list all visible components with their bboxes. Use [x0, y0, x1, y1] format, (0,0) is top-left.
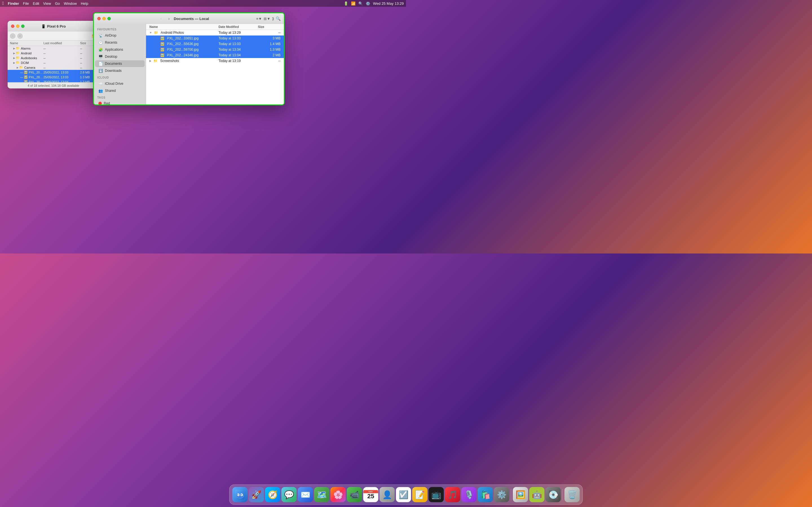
window2-listview-icon[interactable]: ≡▼ [256, 17, 262, 21]
window2-file-row-4[interactable]: 🖼️ PXL_202...24346.jpg Today at 13:04 2 … [146, 52, 284, 58]
window1-back-button[interactable]: ‹ [10, 33, 15, 39]
sidebar-icloud-label: iCloud [94, 74, 146, 80]
w2-file-name-cell: 🖼️ PXL_202...24346.jpg [155, 53, 218, 57]
sidebar-item-tag-red[interactable]: Red [95, 100, 145, 105]
window1-titlebar: 📱 Pixel 6 Pro [8, 21, 99, 32]
sidebar-item-documents[interactable]: 📄 Documents [95, 60, 145, 67]
w2-file-icon: 🖼️ [160, 48, 164, 52]
window1-forward-button[interactable]: › [17, 33, 23, 39]
w2-file-name-cell: 🖼️ PXL_202...55636.jpg [155, 42, 218, 46]
finder-window-pixel6pro: 📱 Pixel 6 Pro ‹ › 📁 Name Last modified S… [8, 21, 99, 89]
menubar-wifi-icon: 📶 [351, 1, 356, 6]
w2-file-modified: Today at 13:19 [218, 59, 258, 63]
sidebar-applications-label: Applications [105, 48, 123, 52]
window2-traffic-lights [97, 17, 111, 20]
window1-file-row-3[interactable]: ▶ 📁 DCIM -- -- [8, 60, 99, 65]
window1-file-row-2[interactable]: ▶ 📁 Audiobooks -- -- [8, 55, 99, 60]
w2-file-size: -- [258, 59, 281, 63]
menubar-help[interactable]: Help [81, 1, 88, 6]
sidebar-favourites-label: Favourites [94, 26, 146, 32]
window2-file-row-5[interactable]: ▶ 📁 Screenshots Today at 13:19 -- [146, 58, 284, 64]
window2-titlebar: ‹ › Documents — Local ≡▼ ⊞▼ ⟫ 🔍 [94, 13, 284, 24]
window2-file-row-3[interactable]: 🖼️ PXL_202...59700.jpg Today at 13:04 1.… [146, 47, 284, 52]
window2-file-row-0[interactable]: ▼ 📁 Android Photos Today at 13:29 -- [146, 30, 284, 36]
w2-file-name: PXL_202...33651.jpg [167, 36, 199, 40]
window2-more-icon[interactable]: ⟫ [272, 17, 274, 21]
sidebar-icloud-drive-label: iCloud Drive [105, 82, 123, 86]
menubar-window[interactable]: Window [64, 1, 77, 6]
sidebar-item-recents[interactable]: 🕐 Recents [95, 39, 145, 46]
file-name: PXL_20220525_120359700.jpg [29, 80, 43, 82]
window2-col-name[interactable]: Name [149, 25, 218, 29]
window1-col-name[interactable]: Name [10, 41, 43, 45]
window2-close-button[interactable] [97, 17, 101, 20]
sidebar-item-airdrop[interactable]: 📡 AirDrop [95, 32, 145, 39]
sidebar-item-icloud-drive[interactable]: ☁️ iCloud Drive [95, 80, 145, 87]
w2-file-modified: Today at 13:04 [218, 48, 258, 52]
w2-file-size: 1.4 MB [258, 42, 281, 46]
window2-col-size: Size [258, 25, 281, 29]
w2-file-icon: 📁 [154, 31, 158, 35]
menubar-search-icon[interactable]: 🔍 [358, 1, 363, 6]
tag-red-dot [98, 102, 102, 105]
applications-icon: 🧩 [98, 47, 103, 52]
window1-maximize-button[interactable] [21, 24, 24, 28]
file-name-cell: — 🖼️ PXL_20220525_120355636.jpg [20, 75, 43, 79]
window1-file-row-5[interactable]: — 🖼️ PXL_20220525_120333651.jpg 25/05/20… [8, 70, 99, 75]
window1-file-row-1[interactable]: ▶ 📁 Android -- -- [8, 51, 99, 55]
window1-minimize-button[interactable] [16, 24, 19, 28]
window1-col-modified: Last modified [43, 41, 80, 45]
w2-file-icon: 🖼️ [160, 42, 164, 46]
window2-minimize-button[interactable] [102, 17, 106, 20]
menubar-finder[interactable]: Finder [8, 1, 19, 6]
window1-file-row-0[interactable]: ▶ 📁 Alarms -- -- [8, 46, 99, 51]
w2-file-name-cell: ▼ 📁 Android Photos [149, 31, 218, 35]
shared-icon: 👥 [98, 89, 103, 93]
menubar-control-center-icon[interactable]: ⚙️ [366, 1, 370, 6]
window2-back-button[interactable]: ‹ [158, 15, 164, 22]
apple-menu[interactable]:  [2, 1, 4, 6]
window2-maximize-button[interactable] [107, 17, 111, 20]
w2-file-name-cell: 🖼️ PXL_202...33651.jpg [155, 36, 218, 40]
sidebar-item-shared[interactable]: 👥 Shared [95, 87, 145, 94]
w2-file-modified: Today at 13:04 [218, 53, 258, 57]
sidebar-item-applications[interactable]: 🧩 Applications [95, 46, 145, 53]
file-modified: -- [43, 47, 80, 50]
window2-gridview-icon[interactable]: ⊞▼ [264, 17, 270, 21]
recents-icon: 🕐 [98, 40, 103, 45]
sidebar-item-downloads[interactable]: ⬇️ Downloads [95, 67, 145, 74]
menubar-go[interactable]: Go [55, 1, 60, 6]
window2-file-row-1[interactable]: 🖼️ PXL_202...33651.jpg Today at 13:03 3 … [146, 36, 284, 41]
file-name: Android [21, 52, 32, 55]
window1-header-row: Name Last modified Size [8, 41, 99, 46]
finder-window-documents: ‹ › Documents — Local ≡▼ ⊞▼ ⟫ 🔍 Favourit… [93, 12, 285, 105]
file-modified: -- [43, 52, 80, 55]
sidebar-desktop-label: Desktop [105, 55, 117, 59]
menubar-view[interactable]: View [43, 1, 51, 6]
window1-close-button[interactable] [11, 24, 14, 28]
sidebar-documents-label: Documents [105, 62, 122, 66]
window2-file-row-2[interactable]: 🖼️ PXL_202...55636.jpg Today at 13:03 1.… [146, 41, 284, 47]
window1-file-list: ▶ 📁 Alarms -- -- ▶ 📁 Android -- -- ▶ 📁 A… [8, 46, 99, 82]
window1-traffic-lights [11, 24, 24, 28]
window1-file-row-4[interactable]: ▶ 📁 Camera -- -- [8, 65, 99, 70]
file-name: DCIM [21, 61, 29, 64]
file-modified: -- [43, 61, 80, 64]
file-name-cell: ▶ 📁 DCIM [13, 61, 43, 64]
window1-file-row-6[interactable]: — 🖼️ PXL_20220525_120355636.jpg 25/05/20… [8, 75, 99, 79]
w2-file-icon: 🖼️ [160, 53, 164, 57]
sidebar-item-desktop[interactable]: 🖥️ Desktop [95, 53, 145, 60]
file-name-cell: ▶ 📁 Android [13, 51, 43, 55]
window1-file-row-7[interactable]: — 🖼️ PXL_20220525_120359700.jpg 25/05/20… [8, 79, 99, 82]
window2-forward-button[interactable]: › [166, 15, 172, 22]
file-name-cell: ▶ 📁 Alarms [13, 47, 43, 50]
menubar-file[interactable]: File [23, 1, 29, 6]
file-name-cell: ▶ 📁 Audiobooks [13, 56, 43, 60]
file-name: Audiobooks [21, 56, 37, 60]
file-name: PXL_20220525_120333651.jpg [29, 71, 43, 74]
window2-col-modified: Date Modified [218, 25, 258, 29]
menubar-edit[interactable]: Edit [33, 1, 39, 6]
window2-search-icon[interactable]: 🔍 [276, 16, 281, 21]
menubar:  Finder File Edit View Go Window Help 🔋… [0, 0, 406, 7]
w2-file-name: PXL_202...24346.jpg [167, 53, 199, 57]
